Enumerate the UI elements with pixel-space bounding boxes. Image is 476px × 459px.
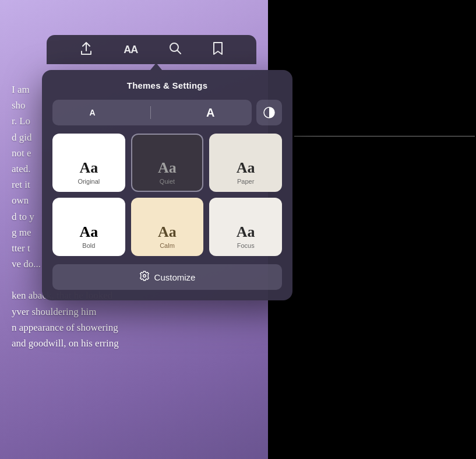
theme-bold-label: Bold	[82, 242, 95, 249]
font-controls-row: A A	[52, 100, 282, 125]
theme-focus-label: Focus	[237, 242, 255, 249]
book-line: and goodwill, on his erring	[12, 335, 256, 351]
share-icon[interactable]	[80, 41, 93, 58]
panel-caret	[150, 63, 162, 70]
font-divider	[150, 106, 151, 119]
bookmark-icon[interactable]	[213, 41, 223, 58]
brightness-button[interactable]	[256, 100, 282, 125]
theme-quiet[interactable]: Aa Quiet	[131, 134, 204, 192]
themes-settings-panel: Themes & Settings A A Aa Original Aa Qui…	[42, 70, 292, 300]
font-size-group: A A	[52, 100, 252, 125]
book-line: yver shouldering him	[12, 304, 256, 320]
theme-calm-aa: Aa	[158, 225, 177, 240]
book-line: n appearance of showering	[12, 320, 256, 335]
callout-line	[294, 136, 475, 136]
theme-quiet-label: Quiet	[160, 178, 175, 185]
font-size-icon[interactable]: AA	[124, 44, 137, 56]
theme-paper-label: Paper	[237, 178, 254, 185]
theme-bold[interactable]: Aa Bold	[52, 198, 125, 256]
customize-label: Customize	[154, 272, 196, 282]
panel-title: Themes & Settings	[52, 80, 282, 90]
theme-bold-aa: Aa	[79, 225, 98, 240]
background-right	[268, 0, 476, 459]
theme-quiet-aa: Aa	[158, 160, 177, 176]
theme-original[interactable]: Aa Original	[52, 134, 125, 192]
theme-paper[interactable]: Aa Paper	[209, 134, 282, 192]
theme-paper-aa: Aa	[237, 160, 255, 176]
svg-line-1	[177, 50, 181, 54]
font-increase-button[interactable]: A	[206, 107, 214, 118]
search-icon[interactable]	[169, 42, 182, 58]
theme-calm[interactable]: Aa Calm	[131, 198, 204, 256]
reader-toolbar: AA	[47, 35, 256, 64]
theme-original-aa: Aa	[79, 160, 98, 176]
font-decrease-button[interactable]: A	[89, 108, 95, 117]
customize-button[interactable]: Customize	[52, 264, 282, 290]
theme-focus-aa: Aa	[237, 225, 255, 240]
theme-calm-label: Calm	[160, 242, 175, 249]
theme-original-label: Original	[77, 178, 100, 185]
theme-grid: Aa Original Aa Quiet Aa Paper Aa Bold Aa…	[52, 134, 282, 256]
theme-focus[interactable]: Aa Focus	[209, 198, 282, 256]
gear-icon	[139, 271, 150, 284]
